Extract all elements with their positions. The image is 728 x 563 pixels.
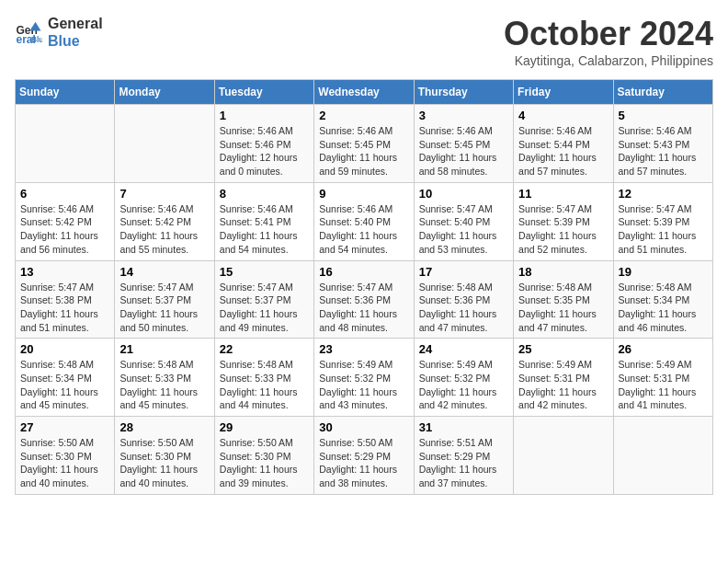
cell-content: Sunrise: 5:47 AM Sunset: 5:36 PM Dayligh… [319,281,408,335]
cell-content: Sunrise: 5:46 AM Sunset: 5:43 PM Dayligh… [619,124,708,178]
calendar-cell: 5Sunrise: 5:46 AM Sunset: 5:43 PM Daylig… [613,105,712,183]
calendar-cell: 15Sunrise: 5:47 AM Sunset: 5:37 PM Dayli… [214,260,313,339]
day-number: 20 [20,342,109,356]
calendar-header-row: SundayMondayTuesdayWednesdayThursdayFrid… [16,80,713,105]
calendar-cell [613,417,712,495]
calendar-cell: 31Sunrise: 5:51 AM Sunset: 5:29 PM Dayli… [414,417,513,495]
cell-content: Sunrise: 5:47 AM Sunset: 5:37 PM Dayligh… [220,281,309,335]
cell-content: Sunrise: 5:49 AM Sunset: 5:31 PM Dayligh… [619,358,708,412]
calendar-cell: 6Sunrise: 5:46 AM Sunset: 5:42 PM Daylig… [16,182,115,260]
cell-content: Sunrise: 5:46 AM Sunset: 5:40 PM Dayligh… [319,202,408,257]
calendar-cell: 29Sunrise: 5:50 AM Sunset: 5:30 PM Dayli… [214,417,313,495]
day-number: 31 [419,420,508,434]
calendar-cell: 30Sunrise: 5:50 AM Sunset: 5:29 PM Dayli… [314,417,414,495]
logo: Gen eral Blue General Blue [15,15,103,50]
day-number: 28 [119,420,209,434]
cell-content: Sunrise: 5:50 AM Sunset: 5:30 PM Dayligh… [20,436,109,490]
day-number: 13 [20,265,109,279]
header-cell-monday: Monday [115,80,214,105]
calendar-cell: 17Sunrise: 5:48 AM Sunset: 5:36 PM Dayli… [414,260,513,339]
cell-content: Sunrise: 5:47 AM Sunset: 5:38 PM Dayligh… [20,281,109,335]
calendar-cell: 28Sunrise: 5:50 AM Sunset: 5:30 PM Dayli… [115,417,214,495]
calendar-cell: 20Sunrise: 5:48 AM Sunset: 5:34 PM Dayli… [16,339,115,417]
day-number: 23 [319,342,408,356]
calendar-cell: 4Sunrise: 5:46 AM Sunset: 5:44 PM Daylig… [514,105,613,183]
day-number: 22 [220,342,309,356]
day-number: 15 [220,265,309,279]
day-number: 12 [619,187,708,201]
day-number: 19 [619,265,708,279]
cell-content: Sunrise: 5:50 AM Sunset: 5:30 PM Dayligh… [119,436,209,490]
header-cell-saturday: Saturday [613,80,712,105]
title-section: October 2024 Kaytitinga, Calabarzon, Phi… [504,15,713,68]
cell-content: Sunrise: 5:48 AM Sunset: 5:34 PM Dayligh… [619,281,708,335]
calendar-cell: 9Sunrise: 5:46 AM Sunset: 5:40 PM Daylig… [314,182,414,260]
logo-icon: Gen eral Blue [15,18,42,46]
day-number: 1 [220,109,309,122]
cell-content: Sunrise: 5:46 AM Sunset: 5:45 PM Dayligh… [319,124,408,178]
day-number: 2 [319,109,408,122]
header-cell-sunday: Sunday [16,80,115,105]
day-number: 8 [220,187,309,201]
day-number: 21 [119,342,209,356]
calendar-cell: 22Sunrise: 5:48 AM Sunset: 5:33 PM Dayli… [214,339,313,417]
calendar-cell: 26Sunrise: 5:49 AM Sunset: 5:31 PM Dayli… [613,339,712,417]
calendar-cell: 1Sunrise: 5:46 AM Sunset: 5:46 PM Daylig… [214,105,313,183]
day-number: 4 [518,109,608,122]
calendar-cell: 23Sunrise: 5:49 AM Sunset: 5:32 PM Dayli… [314,339,414,417]
calendar-cell [514,417,613,495]
day-number: 16 [319,265,408,279]
calendar-week-5: 27Sunrise: 5:50 AM Sunset: 5:30 PM Dayli… [16,417,713,495]
calendar-body: 1Sunrise: 5:46 AM Sunset: 5:46 PM Daylig… [16,105,713,495]
day-number: 24 [419,342,508,356]
header-cell-thursday: Thursday [414,80,513,105]
calendar-week-2: 6Sunrise: 5:46 AM Sunset: 5:42 PM Daylig… [16,182,713,260]
cell-content: Sunrise: 5:50 AM Sunset: 5:30 PM Dayligh… [220,436,309,490]
calendar-cell: 12Sunrise: 5:47 AM Sunset: 5:39 PM Dayli… [613,182,712,260]
cell-content: Sunrise: 5:50 AM Sunset: 5:29 PM Dayligh… [319,436,408,490]
day-number: 18 [518,265,608,279]
day-number: 27 [20,420,109,434]
cell-content: Sunrise: 5:48 AM Sunset: 5:33 PM Dayligh… [119,358,209,412]
header-cell-tuesday: Tuesday [214,80,313,105]
svg-text:Blue: Blue [31,36,42,44]
cell-content: Sunrise: 5:48 AM Sunset: 5:34 PM Dayligh… [20,358,109,412]
calendar-week-3: 13Sunrise: 5:47 AM Sunset: 5:38 PM Dayli… [16,260,713,339]
day-number: 3 [419,109,508,122]
day-number: 5 [619,109,708,122]
cell-content: Sunrise: 5:46 AM Sunset: 5:42 PM Dayligh… [20,202,109,257]
cell-content: Sunrise: 5:48 AM Sunset: 5:33 PM Dayligh… [220,358,309,412]
header: Gen eral Blue General Blue October 2024 … [15,15,713,68]
logo-line1: General [48,15,103,32]
calendar-table: SundayMondayTuesdayWednesdayThursdayFrid… [15,79,713,495]
calendar-cell: 13Sunrise: 5:47 AM Sunset: 5:38 PM Dayli… [16,260,115,339]
cell-content: Sunrise: 5:47 AM Sunset: 5:37 PM Dayligh… [119,281,209,335]
calendar-cell: 24Sunrise: 5:49 AM Sunset: 5:32 PM Dayli… [414,339,513,417]
cell-content: Sunrise: 5:46 AM Sunset: 5:42 PM Dayligh… [119,202,209,257]
day-number: 7 [119,187,209,201]
location-subtitle: Kaytitinga, Calabarzon, Philippines [504,53,713,68]
day-number: 17 [419,265,508,279]
calendar-cell: 2Sunrise: 5:46 AM Sunset: 5:45 PM Daylig… [314,105,414,183]
day-number: 29 [220,420,309,434]
calendar-cell: 21Sunrise: 5:48 AM Sunset: 5:33 PM Dayli… [115,339,214,417]
day-number: 9 [319,187,408,201]
calendar-cell: 10Sunrise: 5:47 AM Sunset: 5:40 PM Dayli… [414,182,513,260]
cell-content: Sunrise: 5:49 AM Sunset: 5:31 PM Dayligh… [518,358,608,412]
calendar-cell: 18Sunrise: 5:48 AM Sunset: 5:35 PM Dayli… [514,260,613,339]
cell-content: Sunrise: 5:47 AM Sunset: 5:39 PM Dayligh… [619,202,708,257]
header-cell-friday: Friday [514,80,613,105]
calendar-cell: 8Sunrise: 5:46 AM Sunset: 5:41 PM Daylig… [214,182,313,260]
calendar-week-4: 20Sunrise: 5:48 AM Sunset: 5:34 PM Dayli… [16,339,713,417]
calendar-cell: 27Sunrise: 5:50 AM Sunset: 5:30 PM Dayli… [16,417,115,495]
month-title: October 2024 [504,15,713,53]
cell-content: Sunrise: 5:47 AM Sunset: 5:40 PM Dayligh… [419,202,508,257]
cell-content: Sunrise: 5:49 AM Sunset: 5:32 PM Dayligh… [419,358,508,412]
day-number: 6 [20,187,109,201]
cell-content: Sunrise: 5:46 AM Sunset: 5:44 PM Dayligh… [518,124,608,178]
calendar-cell: 14Sunrise: 5:47 AM Sunset: 5:37 PM Dayli… [115,260,214,339]
cell-content: Sunrise: 5:46 AM Sunset: 5:46 PM Dayligh… [220,124,309,178]
calendar-cell [115,105,214,183]
cell-content: Sunrise: 5:48 AM Sunset: 5:36 PM Dayligh… [419,281,508,335]
cell-content: Sunrise: 5:48 AM Sunset: 5:35 PM Dayligh… [518,281,608,335]
